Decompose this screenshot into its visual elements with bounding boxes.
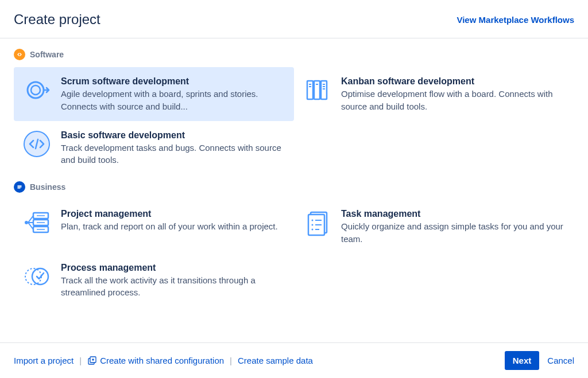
dialog-content: Software Scrum software development Agil…: [0, 38, 588, 342]
category-label-business: Business: [30, 182, 65, 192]
svg-point-27: [312, 220, 314, 221]
svg-point-29: [312, 224, 314, 226]
template-desc: Optimise development flow with a board. …: [341, 88, 565, 113]
svg-rect-4: [321, 81, 327, 99]
import-project-link[interactable]: Import a project: [14, 356, 74, 365]
category-header-business: Business: [14, 181, 574, 193]
category-business: Business: [14, 181, 574, 307]
svg-rect-3: [314, 81, 320, 99]
template-scrum[interactable]: Scrum software development Agile develop…: [14, 67, 294, 121]
shared-config-label: Create with shared configuration: [100, 356, 224, 365]
create-sample-data-link[interactable]: Create sample data: [238, 356, 313, 365]
svg-point-15: [25, 221, 28, 224]
svg-line-18: [28, 223, 33, 229]
software-category-icon: [14, 49, 25, 60]
category-header-software: Software: [14, 49, 574, 60]
svg-line-16: [28, 216, 33, 223]
create-shared-config-link[interactable]: Create with shared configuration: [87, 356, 224, 365]
template-title: Scrum software development: [61, 76, 285, 87]
footer-separator: |: [230, 356, 232, 365]
business-category-icon: [14, 181, 25, 193]
dialog-title: Create project: [14, 11, 100, 28]
svg-point-1: [31, 85, 40, 95]
project-management-icon: [22, 208, 52, 237]
template-title: Basic software development: [61, 130, 285, 141]
template-desc: Plan, track and report on all of your wo…: [61, 220, 285, 233]
svg-rect-2: [307, 81, 313, 99]
template-desc: Quickly organize and assign simple tasks…: [341, 220, 565, 245]
template-title: Process management: [61, 263, 285, 273]
code-icon: [22, 129, 52, 159]
template-task-management[interactable]: Task management Quickly organize and ass…: [294, 200, 574, 254]
category-label-software: Software: [30, 50, 64, 59]
dialog-header: Create project View Marketplace Workflow…: [0, 0, 588, 38]
template-title: Kanban software development: [341, 76, 565, 87]
template-project-management[interactable]: Project management Plan, track and repor…: [14, 200, 294, 254]
svg-point-33: [25, 268, 41, 285]
cancel-button[interactable]: Cancel: [547, 356, 574, 365]
scrum-icon: [22, 75, 52, 105]
next-button[interactable]: Next: [505, 351, 540, 370]
template-desc: Track all the work activity as it transi…: [61, 274, 285, 299]
process-management-icon: [22, 262, 52, 291]
footer-separator: |: [79, 356, 82, 365]
template-title: Project management: [61, 209, 285, 219]
template-title: Task management: [341, 209, 565, 219]
svg-point-31: [312, 229, 314, 231]
template-process-management[interactable]: Process management Track all the work ac…: [14, 254, 294, 307]
template-basic-software[interactable]: Basic software development Track develop…: [14, 121, 294, 175]
marketplace-workflows-link[interactable]: View Marketplace Workflows: [457, 15, 574, 25]
template-desc: Track development tasks and bugs. Connec…: [61, 142, 285, 167]
task-management-icon: [302, 208, 332, 237]
template-kanban[interactable]: Kanban software development Optimise dev…: [294, 67, 574, 121]
dialog-footer: Import a project | Create with shared co…: [0, 342, 588, 378]
category-software: Software Scrum software development Agil…: [14, 49, 574, 174]
template-desc: Agile development with a board, sprints …: [61, 88, 285, 113]
shared-config-icon: [87, 356, 96, 365]
svg-point-0: [28, 82, 44, 98]
kanban-icon: [302, 75, 332, 105]
